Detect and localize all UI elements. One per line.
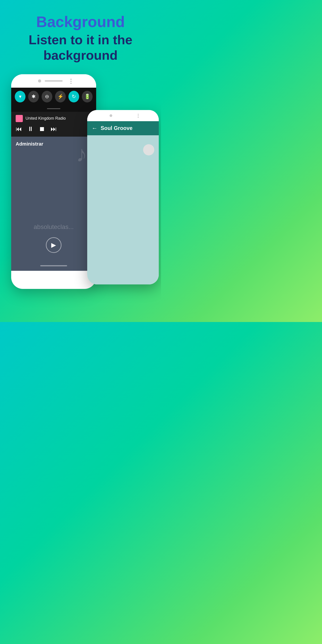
headline-subtitle: Listen to it in the background (9, 32, 152, 63)
notif-divider (47, 108, 60, 109)
camera-dot-right (110, 114, 112, 117)
subtitle-line1: Listen to it in the (28, 32, 132, 47)
stop-button[interactable]: ⏹ (39, 125, 45, 132)
flashlight-icon-btn[interactable]: ⚡ (55, 91, 66, 102)
wifi-icon-btn[interactable]: ▾ (15, 91, 26, 102)
app-name: United Kingdom Radio (26, 116, 66, 121)
dnd-icon: ⊖ (45, 94, 49, 100)
app-icon (16, 115, 23, 122)
phones-container: ▾ ✱ ⊖ ⚡ ↻ 🔋 United (0, 74, 161, 322)
three-dots-left (70, 79, 72, 84)
bottom-bar (11, 265, 96, 266)
three-dots-right (138, 114, 139, 118)
pause-button[interactable]: ⏸ (27, 125, 34, 132)
notch-bar-right (87, 110, 159, 121)
notification-bar: ▾ ✱ ⊖ ⚡ ↻ 🔋 (11, 88, 96, 106)
bluetooth-icon: ✱ (32, 94, 36, 100)
home-indicator (40, 265, 67, 266)
flashlight-icon: ⚡ (58, 94, 64, 100)
speaker-bar (45, 80, 62, 82)
media-player: United Kingdom Radio ⏮ ⏸ ⏹ ⏭ (11, 112, 96, 137)
sync-icon: ↻ (72, 94, 76, 100)
battery-saver-icon-btn[interactable]: 🔋 (82, 91, 92, 102)
app-header-right: ← Soul Groove (87, 121, 159, 135)
music-note-watermark: ♪ (76, 141, 87, 167)
wifi-icon: ▾ (19, 94, 22, 100)
dropdown-section: Administrar ♪ absoluteclas... ▶ (11, 137, 96, 271)
dnd-icon-btn[interactable]: ⊖ (42, 91, 52, 102)
camera-dot-left (38, 80, 41, 82)
battery-saver-icon: 🔋 (84, 94, 90, 100)
next-button[interactable]: ⏭ (50, 125, 57, 132)
station-label: absoluteclas... (11, 224, 96, 230)
header-section: Background Listen to it in the backgroun… (0, 0, 161, 70)
notch-bar-left (11, 74, 96, 88)
sync-icon-btn[interactable]: ↻ (68, 91, 79, 102)
station-title: Soul Groove (100, 125, 132, 131)
app-content-right (87, 135, 159, 284)
play-icon: ▶ (51, 241, 56, 249)
back-button[interactable]: ← (92, 125, 98, 132)
phone-left: ▾ ✱ ⊖ ⚡ ↻ 🔋 United (11, 74, 96, 289)
headline-word: Background (9, 14, 152, 30)
subtitle-line2: background (44, 48, 118, 62)
phone-right: ← Soul Groove (87, 110, 159, 284)
prev-button[interactable]: ⏮ (16, 125, 22, 132)
bluetooth-icon-btn[interactable]: ✱ (28, 91, 39, 102)
floating-circle (143, 144, 154, 156)
play-fab-button[interactable]: ▶ (46, 237, 62, 253)
